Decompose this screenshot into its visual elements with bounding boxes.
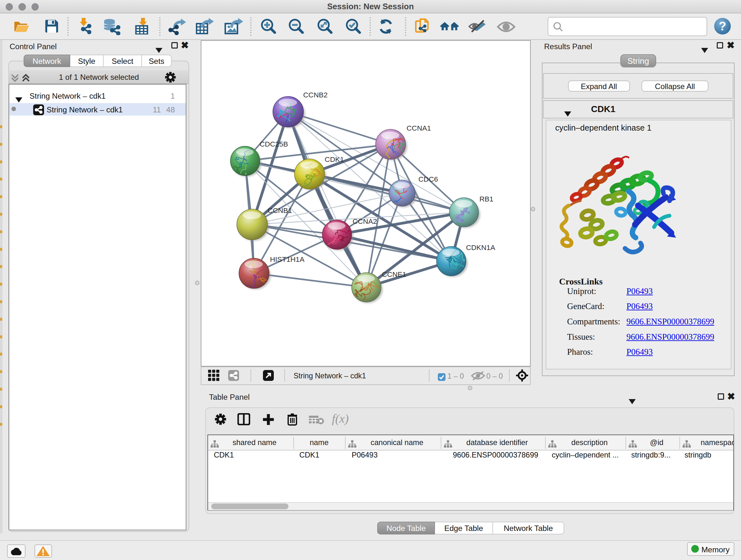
svg-text:?: ? bbox=[719, 19, 726, 33]
svg-text:CCNB2: CCNB2 bbox=[303, 91, 328, 99]
svg-text:CCNA1: CCNA1 bbox=[407, 124, 431, 132]
svg-text:CDC6: CDC6 bbox=[418, 175, 438, 183]
svg-text:CDK1: CDK1 bbox=[325, 155, 344, 164]
svg-text:CDC25B: CDC25B bbox=[259, 140, 288, 148]
svg-text:CCNA2: CCNA2 bbox=[353, 217, 377, 226]
svg-text:CDKN1A: CDKN1A bbox=[466, 244, 495, 252]
svg-text:RB1: RB1 bbox=[479, 195, 493, 203]
svg-text:HIST1H1A: HIST1H1A bbox=[270, 255, 305, 263]
svg-text:f(x): f(x) bbox=[332, 412, 349, 426]
svg-text:CCNB1: CCNB1 bbox=[268, 206, 292, 214]
svg-text:CCNE1: CCNE1 bbox=[382, 270, 407, 278]
